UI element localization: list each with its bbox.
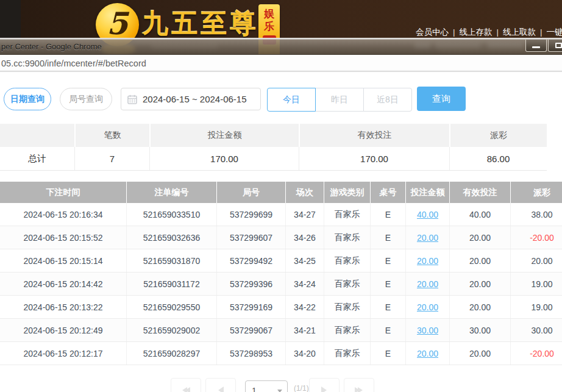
banner-nav: 会员中心|线上存款|线上取款|一键归还	[416, 27, 562, 38]
summary-header-valid-bet: 有效投注	[299, 124, 449, 147]
bet-amount-link[interactable]: 30.00	[417, 326, 438, 335]
maximize-icon	[555, 43, 562, 48]
cell-round-id: 537299607	[216, 226, 285, 249]
cell-payout: -20.00	[510, 342, 562, 365]
cell-table-no: E	[370, 249, 405, 272]
bet-amount-link[interactable]: 20.00	[417, 279, 438, 289]
quick-date-buttons: 今日 昨日 近8日	[267, 88, 412, 112]
cell-round-id: 537299492	[216, 249, 285, 272]
tab-date-query[interactable]: 日期查询	[4, 88, 51, 110]
chevron-down-icon	[277, 390, 282, 392]
button-yesterday[interactable]: 昨日	[315, 88, 364, 112]
address-bar[interactable]: 05.cc:9900/infe/mcenter/#/betRecord	[0, 55, 562, 72]
bet-record-table: 下注时间 注单编号 局号 场次 游戏类别 桌号 投注金额 有效投注 派彩 202…	[0, 182, 562, 365]
summary-header-row: 笔数 投注金额 有效投注 派彩	[0, 124, 547, 147]
cell-valid-bet: 20.00	[449, 342, 510, 365]
nav-separator: |	[493, 27, 503, 37]
cell-payout: 19.00	[510, 273, 562, 295]
table-header-row: 下注时间 注单编号 局号 场次 游戏类别 桌号 投注金额 有效投注 派彩	[0, 182, 562, 203]
cell-bet-id: 521659028297	[126, 342, 216, 365]
date-range-input[interactable]: 2024-06-15 ~ 2024-06-15	[121, 88, 261, 110]
button-last-8-days[interactable]: 近8日	[363, 88, 412, 112]
table-row: 2024-06-15 20:12:49 521659029002 5372990…	[0, 319, 562, 342]
cell-bet-amount: 20.00	[405, 342, 449, 365]
cell-payout: 38.00	[510, 203, 562, 226]
bet-amount-link[interactable]: 20.00	[417, 349, 438, 358]
summary-count-value: 7	[74, 147, 149, 170]
cell-round-id: 537299169	[216, 296, 285, 318]
cell-bet-amount: 40.00	[405, 203, 449, 226]
summary-valid-bet-value: 170.00	[299, 147, 449, 170]
cell-table-no: E	[370, 296, 405, 318]
cell-table-no: E	[370, 342, 405, 365]
page-info: (1/1)	[294, 384, 309, 392]
bet-amount-link[interactable]: 20.00	[417, 233, 438, 243]
cell-valid-bet: 20.00	[449, 249, 510, 272]
maximize-button[interactable]	[548, 40, 562, 52]
minimize-icon	[532, 46, 540, 48]
cell-valid-bet: 20.00	[449, 226, 510, 249]
url-text: 05.cc:9900/infe/mcenter/#/betRecord	[0, 59, 146, 68]
cell-bet-amount: 20.00	[405, 273, 449, 295]
last-page-button[interactable]	[344, 378, 374, 392]
header-bet-id: 注单编号	[126, 182, 216, 203]
summary-header-payout: 派彩	[449, 124, 547, 147]
table-row: 2024-06-15 20:14:42 521659031172 5372993…	[0, 273, 562, 296]
nav-separator: |	[536, 27, 547, 37]
cell-round-id: 537299699	[216, 203, 285, 226]
cell-bet-time: 2024-06-15 20:14:42	[0, 273, 126, 295]
nav-member-center[interactable]: 会员中心	[416, 27, 449, 37]
cell-game-type: 百家乐	[324, 203, 370, 226]
chrome-popup-window: per Center - Google Chrome 05.cc:9900/in…	[0, 38, 562, 392]
cell-bet-id: 521659031172	[126, 273, 216, 295]
next-page-button[interactable]	[309, 378, 340, 392]
cell-session: 34-20	[285, 342, 324, 365]
header-game-type: 游戏类别	[324, 182, 370, 203]
bet-record-page: 日期查询 局号查询 2024-06-15 ~ 2024-06-15 今日	[0, 72, 562, 392]
cell-bet-amount: 30.00	[405, 319, 449, 341]
cell-session: 34-24	[285, 273, 324, 295]
double-right-arrow-icon	[358, 387, 363, 392]
nav-online-deposit[interactable]: 线上存款	[460, 27, 493, 37]
cell-game-type: 百家乐	[324, 296, 370, 318]
cell-bet-time: 2024-06-15 20:12:17	[0, 342, 126, 365]
bet-amount-link[interactable]: 20.00	[417, 256, 438, 266]
header-bet-time: 下注时间	[0, 182, 126, 203]
badge-char-top: 娱	[264, 7, 274, 20]
cell-bet-amount: 20.00	[405, 226, 449, 249]
window-title: per Center - Google Chrome	[1, 42, 102, 51]
table-row: 2024-06-15 20:15:14 521659031870 5372994…	[0, 249, 562, 273]
cell-bet-id: 521659031870	[126, 249, 216, 272]
summary-header-count: 笔数	[74, 124, 149, 147]
window-title-bar[interactable]: per Center - Google Chrome	[0, 40, 562, 55]
badge-char-bottom: 乐	[264, 20, 274, 33]
cell-session: 34-27	[285, 203, 324, 226]
nav-separator: |	[449, 27, 460, 37]
calendar-icon	[127, 94, 137, 104]
tab-round-query[interactable]: 局号查询	[60, 88, 112, 110]
cell-bet-amount: 20.00	[405, 296, 449, 318]
first-page-button[interactable]	[171, 378, 201, 392]
summary-header-blank	[0, 124, 74, 147]
button-today[interactable]: 今日	[267, 88, 316, 112]
summary-header-bet-amount: 投注金额	[149, 124, 299, 147]
cell-round-id: 537299067	[216, 319, 285, 341]
bet-amount-link[interactable]: 40.00	[417, 210, 438, 219]
minimize-button[interactable]	[525, 40, 547, 52]
cell-valid-bet: 40.00	[449, 203, 510, 226]
cell-game-type: 百家乐	[324, 249, 370, 272]
cell-round-id: 537298953	[216, 342, 285, 365]
prev-page-button[interactable]	[205, 378, 236, 392]
page-select[interactable]: 1	[245, 380, 288, 392]
header-table-no: 桌号	[370, 182, 405, 203]
cell-game-type: 百家乐	[324, 273, 370, 295]
bet-amount-link[interactable]: 20.00	[417, 302, 438, 312]
summary-table: 笔数 投注金额 有效投注 派彩 总计 7 170.00 170.00 86.00	[0, 124, 547, 171]
screen: 5 九五至尊 娱 乐 会员中心|线上存款|线上取款|一键归还 per Cente…	[0, 0, 562, 392]
nav-one-key-return[interactable]: 一键归还	[547, 27, 562, 37]
search-button[interactable]: 查询	[417, 87, 466, 111]
left-arrow-icon	[218, 387, 224, 392]
cell-bet-time: 2024-06-15 20:13:22	[0, 296, 126, 318]
nav-online-withdraw[interactable]: 线上取款	[503, 27, 536, 37]
cell-game-type: 百家乐	[324, 226, 370, 249]
